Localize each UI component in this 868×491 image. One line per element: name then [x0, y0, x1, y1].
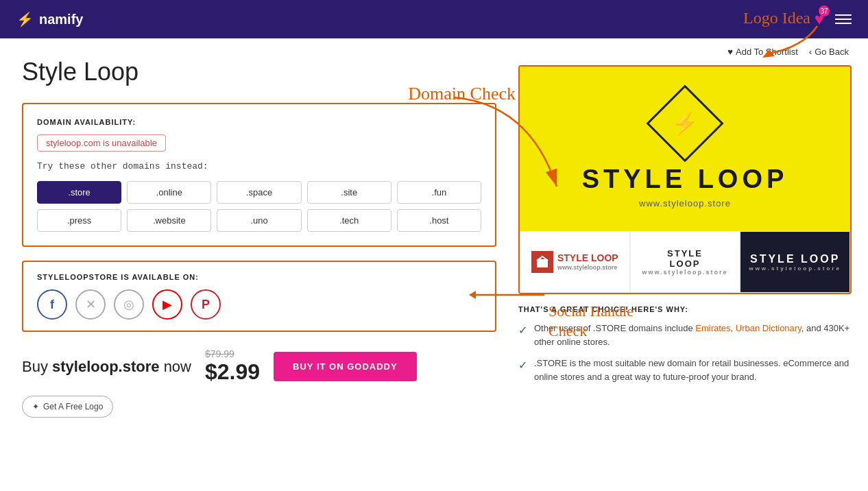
domain-uno-btn[interactable]: .uno [217, 209, 301, 232]
buy-section: Buy styleloop.store now $79.99 $2.99 BUY… [22, 348, 496, 385]
buy-text: Buy styleloop.store now [22, 358, 191, 376]
domain-store-btn[interactable]: .store [37, 181, 121, 204]
logo-text: namify [39, 12, 83, 27]
price-block: $79.99 $2.99 [205, 348, 260, 385]
right-header: Logo Idea ♥ Add To Shortlist ‹ Go Back [518, 47, 852, 57]
logo-preview-box: ⚡ STYLE LOOP www.styleloop.store STYLE L… [518, 65, 852, 294]
heart-icon: ♥ [727, 47, 733, 57]
add-to-shortlist-button[interactable]: ♥ Add To Shortlist [727, 47, 798, 57]
domain-check-annotation: Domain Check [408, 84, 516, 104]
domain-grid: .store .online .space .site .fun .press … [37, 181, 481, 232]
check-icon-2: ✓ [518, 357, 527, 383]
domain-fun-btn[interactable]: .fun [397, 181, 481, 204]
logo-main-preview: ⚡ STYLE LOOP www.styleloop.store [520, 67, 850, 231]
svg-rect-5 [544, 262, 546, 265]
page-title: Style Loop [22, 58, 496, 86]
domain-press-btn[interactable]: .press [37, 209, 121, 232]
logo-variant-3[interactable]: STYLE LOOP www.styleloop.store [740, 231, 850, 293]
why-label: THAT'S A GREAT CHOICE! HERE'S WHY: [518, 305, 852, 313]
logo-diamond-icon: ⚡ [646, 84, 723, 162]
old-price: $79.99 [205, 348, 260, 359]
favorites-button[interactable]: ♥ 37 [815, 10, 824, 29]
right-panel: Logo Idea ♥ Add To Shortlist ‹ Go Back ⚡… [518, 38, 868, 437]
domain-tech-btn[interactable]: .tech [307, 209, 391, 232]
get-free-logo-button[interactable]: ✦ Get A Free Logo [22, 396, 113, 418]
domain-online-btn[interactable]: .online [127, 181, 211, 204]
left-panel: Style Loop DOMAIN AVAILABILITY: styleloo… [0, 38, 518, 437]
chevron-left-icon: ‹ [809, 47, 812, 57]
twitter-icon[interactable]: ✕ [75, 289, 106, 320]
why-section: THAT'S A GREAT CHOICE! HERE'S WHY: ✓ Oth… [518, 305, 852, 383]
domain-section: DOMAIN AVAILABILITY: styleloop.com is un… [22, 103, 496, 247]
try-text: Try these other domains instead: [37, 161, 481, 171]
logo-icon: ⚡ [16, 11, 34, 27]
check-icon-1: ✓ [518, 322, 527, 348]
domain-section-label: DOMAIN AVAILABILITY: [37, 118, 481, 126]
why-item-2: ✓ .STORE is the most suitable new domain… [518, 357, 852, 383]
header-right: ♥ 37 [815, 10, 852, 29]
favorites-count: 37 [819, 5, 830, 16]
pinterest-icon[interactable]: P [191, 289, 221, 320]
logo[interactable]: ⚡ namify [16, 11, 83, 27]
logo-variant-1[interactable]: STYLE LOOP www.styleloop.store [520, 231, 630, 293]
youtube-icon[interactable]: ▶ [152, 289, 182, 320]
logo-variant-2[interactable]: STYLELOOP www.styleloop.store [630, 231, 740, 293]
logo-url: www.styleloop.store [639, 198, 731, 208]
header: ⚡ namify ♥ 37 [0, 0, 868, 38]
new-price: $2.99 [205, 359, 260, 385]
domain-host-btn[interactable]: .host [397, 209, 481, 232]
instagram-icon[interactable]: ◎ [114, 289, 144, 320]
logo-variants: STYLE LOOP www.styleloop.store STYLELOOP… [520, 231, 850, 293]
unavailable-badge: styleloop.com is unavailable [37, 134, 166, 152]
domain-space-btn[interactable]: .space [217, 181, 301, 204]
buy-godaddy-button[interactable]: BUY IT ON GODADDY [274, 352, 417, 381]
social-icons: f ✕ ◎ ▶ P [37, 289, 481, 320]
domain-site-btn[interactable]: .site [307, 181, 391, 204]
logo-main-text: STYLE LOOP [582, 165, 788, 194]
buy-domain-name: styleloop.store [52, 358, 159, 375]
domain-website-btn[interactable]: .website [127, 209, 211, 232]
main-content: Style Loop DOMAIN AVAILABILITY: styleloo… [0, 38, 868, 437]
facebook-icon[interactable]: f [37, 289, 67, 320]
logo-icon-small: ✦ [32, 402, 39, 411]
social-section-label: STYLELOOPSTORE IS AVAILABLE ON: [37, 273, 481, 281]
social-section: STYLELOOPSTORE IS AVAILABLE ON: f ✕ ◎ ▶ … [22, 261, 496, 332]
go-back-button[interactable]: ‹ Go Back [809, 47, 849, 57]
why-item-1: ✓ Other users of .STORE domains include … [518, 322, 852, 348]
menu-button[interactable] [835, 14, 852, 24]
